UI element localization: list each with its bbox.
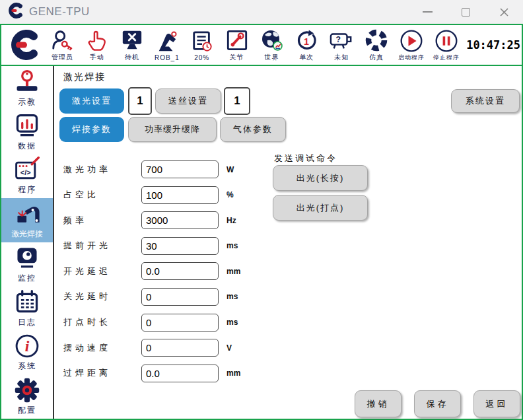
toolbar-item-world-coord[interactable]: 世界 <box>254 25 289 65</box>
main-frame: 管理员 手动 待机 <box>0 24 523 420</box>
laser-on-long-press-button[interactable]: 出光(长按) <box>273 165 368 191</box>
brand-logo-icon <box>3 28 45 61</box>
laser-welding-panel: 激光焊接 激光设置 送丝设置 系统设置 焊接参数 功率缓升缓降 气体参数 激光功… <box>54 66 522 419</box>
field-row-overweld-distance: 过焊距离 mm <box>54 365 240 382</box>
sidebar-item-system[interactable]: i 系统 <box>1 331 53 375</box>
toolbar-item-robot[interactable]: ROB_1 <box>149 25 184 65</box>
monitor-camera-icon <box>13 245 41 271</box>
system-settings-button[interactable]: 系统设置 <box>451 89 520 113</box>
laser-power-input[interactable] <box>141 160 219 178</box>
sidebar: 示教 数据 </> <box>1 66 54 419</box>
minimize-icon <box>423 11 433 13</box>
sidebar-item-data[interactable]: 数据 <box>1 110 53 155</box>
simulation-icon <box>365 27 388 53</box>
toolbar-item-speed[interactable]: 20% <box>184 25 219 65</box>
hand-icon <box>87 27 108 53</box>
sidebar-item-monitor[interactable]: 监控 <box>1 242 53 287</box>
log-calendar-icon <box>13 289 41 316</box>
toolbar-item-manual-mode[interactable]: 手动 <box>80 25 115 65</box>
app-title: GENE-TPU <box>29 5 90 18</box>
subtab-power-ramp[interactable]: 功率缓升缓降 <box>128 117 217 142</box>
document-clock-icon <box>191 28 213 55</box>
spot-duration-input[interactable] <box>141 314 219 332</box>
robot-arm-icon <box>156 28 178 55</box>
toolbar-item-simulation[interactable]: 仿真 <box>359 25 394 65</box>
welding-param-form: 激光功率 W 占空比 % 频率 Hz 提前开光 <box>54 160 240 390</box>
page-title: 激光焊接 <box>63 71 106 83</box>
field-label: 频率 <box>54 215 141 227</box>
toolbar-item-stop-program[interactable]: 停止程序 <box>429 25 464 65</box>
svg-text:1: 1 <box>304 36 309 47</box>
sidebar-item-teach[interactable]: 示教 <box>1 66 53 110</box>
subtab-welding-params[interactable]: 焊接参数 <box>59 117 124 142</box>
wire-channel-input[interactable] <box>224 87 250 115</box>
sidebar-item-program[interactable]: </> 程序 <box>1 155 53 199</box>
user-key-icon <box>51 27 73 53</box>
close-button[interactable] <box>485 0 523 24</box>
field-label: 打点时长 <box>54 316 141 328</box>
field-label: 激光功率 <box>54 164 141 176</box>
weave-speed-input[interactable] <box>141 339 219 357</box>
svg-text:?: ? <box>336 35 341 44</box>
field-row-laser-power: 激光功率 W <box>54 160 240 178</box>
svg-text:i: i <box>25 338 30 355</box>
maximize-button[interactable] <box>446 0 485 24</box>
field-row-off-delay: 关光延时 ms <box>54 288 240 306</box>
camera-question-icon: ? <box>329 27 354 53</box>
toolbar-item-unknown[interactable]: ? 未知 <box>324 25 359 65</box>
overweld-distance-input[interactable] <box>141 365 219 382</box>
field-label: 关光延时 <box>54 291 141 302</box>
globe-icon <box>260 27 283 53</box>
laser-channel-input[interactable] <box>128 87 152 115</box>
advance-on-input[interactable] <box>141 237 219 255</box>
toolbar-item-admin[interactable]: 管理员 <box>45 25 80 65</box>
system-clock: 10:47:25 <box>466 38 520 52</box>
field-row-weave-speed: 摆动速度 V <box>54 339 240 357</box>
toolbar-item-single-cycle[interactable]: 1 单次 <box>289 25 324 65</box>
off-delay-input[interactable] <box>141 288 219 306</box>
window-controls <box>408 0 523 24</box>
field-row-on-delay: 开光延迟 mm <box>54 262 240 280</box>
on-delay-input[interactable] <box>141 262 219 280</box>
duty-cycle-input[interactable] <box>141 186 219 204</box>
close-icon <box>499 7 509 17</box>
toolbar-item-start-program[interactable]: 启动程序 <box>394 25 429 65</box>
field-unit: ms <box>227 292 238 301</box>
titlebar: GENE-TPU <box>0 0 523 24</box>
field-label: 过焊距离 <box>54 367 141 379</box>
maximize-icon <box>462 8 470 17</box>
toolbar: 管理员 手动 待机 <box>1 25 522 66</box>
system-info-icon: i <box>13 333 41 359</box>
field-row-advance-on: 提前开光 ms <box>54 237 240 255</box>
field-unit: mm <box>227 368 240 378</box>
workspace: 示教 数据 </> <box>1 66 522 419</box>
tab-laser-settings[interactable]: 激光设置 <box>59 88 124 114</box>
toolbar-item-standby[interactable]: 待机 <box>115 25 150 65</box>
toolbar-item-joint-coord[interactable]: 关节 <box>219 25 254 65</box>
field-unit: % <box>227 190 234 199</box>
field-unit: W <box>227 165 234 174</box>
field-unit: V <box>227 343 232 353</box>
frequency-input[interactable] <box>141 211 219 229</box>
field-label: 占空比 <box>54 189 141 201</box>
joint-icon <box>226 27 248 53</box>
sidebar-item-laser-welding[interactable]: 激光焊接 <box>1 198 53 242</box>
field-unit: mm <box>227 267 240 276</box>
subtab-gas-params[interactable]: 气体参数 <box>220 117 286 142</box>
pause-icon <box>435 28 458 54</box>
field-label: 提前开光 <box>54 240 141 252</box>
laser-on-spot-button[interactable]: 出光(打点) <box>273 195 368 221</box>
save-button[interactable]: 保存 <box>414 390 461 417</box>
debug-command-title: 发送调试命令 <box>274 153 337 164</box>
back-button[interactable]: 返回 <box>473 390 520 417</box>
sidebar-item-log[interactable]: 日志 <box>1 287 53 331</box>
laser-welding-robot-icon <box>13 201 41 227</box>
minimize-button[interactable] <box>408 0 446 24</box>
sidebar-item-config[interactable]: 配置 <box>1 374 53 419</box>
undo-button[interactable]: 撤销 <box>355 390 401 417</box>
monitor-x-icon <box>121 27 143 53</box>
program-code-icon: </> <box>13 157 41 183</box>
tab-wire-feed-settings[interactable]: 送丝设置 <box>155 88 221 114</box>
data-chart-icon <box>13 113 41 139</box>
field-row-duty-cycle: 占空比 % <box>54 186 240 204</box>
